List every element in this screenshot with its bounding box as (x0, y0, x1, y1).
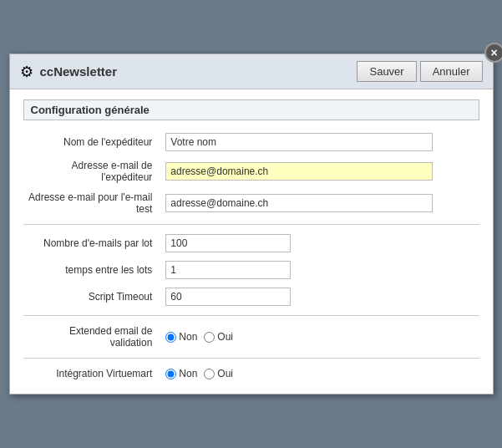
field-emails-par-lot (160, 230, 479, 257)
row-extended-email: Extended email de validation Non Oui (23, 321, 479, 353)
input-email-expediteur[interactable] (165, 162, 433, 181)
radio-group-extended-email: Non Oui (165, 331, 474, 343)
label-emails-par-lot: Nombre d'e-mails par lot (23, 230, 161, 257)
label-email-expediteur: Adresse e-mail de l'expéditeur (23, 155, 161, 187)
save-button[interactable]: Sauver (357, 61, 416, 82)
label-temps-entre-lots: temps entre les lots (23, 257, 161, 283)
row-script-timeout: Script Timeout (23, 283, 479, 310)
label-integration-virtuemart: Intégration Virtuemart (23, 364, 161, 384)
radio-label-non-virtuemart[interactable]: Non (165, 368, 197, 379)
title-area: ⚙ ccNewsletter (20, 63, 118, 81)
label-nom-expediteur: Nom de l'expéditeur (23, 129, 161, 155)
radio-oui-extended[interactable] (204, 332, 215, 343)
radio-label-oui-virtuemart[interactable]: Oui (204, 368, 233, 379)
section-title: Configuration générale (23, 99, 479, 120)
gear-icon: ⚙ (20, 63, 33, 81)
divider-3 (23, 358, 479, 359)
row-integration-virtuemart: Intégration Virtuemart Non Oui (23, 364, 479, 384)
dialog-body: Configuration générale Nom de l'expédite… (10, 89, 493, 394)
form-table: Nom de l'expéditeur Adresse e-mail de l'… (23, 129, 479, 384)
row-nom-expediteur: Nom de l'expéditeur (23, 129, 479, 155)
label-extended-email: Extended email de validation (23, 321, 161, 353)
radio-non-extended-label: Non (179, 331, 197, 343)
input-email-test[interactable] (165, 194, 433, 212)
row-email-expediteur: Adresse e-mail de l'expéditeur (23, 155, 479, 187)
radio-oui-extended-label: Oui (217, 331, 233, 343)
input-script-timeout[interactable] (165, 288, 291, 306)
row-email-test: Adresse e-mail pour l'e-mail test (23, 187, 479, 219)
radio-group-virtuemart: Non Oui (165, 368, 474, 379)
field-integration-virtuemart: Non Oui (160, 364, 479, 384)
cancel-button[interactable]: Annuler (420, 61, 483, 82)
input-nom-expediteur[interactable] (165, 133, 433, 151)
field-email-test (160, 187, 479, 219)
divider-2 (23, 315, 479, 316)
field-temps-entre-lots (160, 257, 479, 283)
header-buttons: Sauver Annuler (357, 61, 482, 82)
dialog-title: ccNewsletter (40, 64, 118, 79)
radio-oui-virtuemart-label: Oui (217, 368, 233, 379)
field-extended-email: Non Oui (160, 321, 479, 353)
input-temps-entre-lots[interactable] (165, 261, 291, 279)
radio-oui-virtuemart[interactable] (204, 369, 215, 379)
row-temps-entre-lots: temps entre les lots (23, 257, 479, 283)
divider-row-2 (23, 310, 479, 321)
label-script-timeout: Script Timeout (23, 283, 161, 310)
close-icon: × (490, 46, 497, 59)
divider-1 (23, 224, 479, 225)
radio-label-oui-extended[interactable]: Oui (204, 331, 233, 343)
radio-non-virtuemart-label: Non (179, 368, 197, 379)
input-emails-par-lot[interactable] (165, 234, 291, 252)
radio-non-virtuemart[interactable] (165, 369, 176, 379)
close-button[interactable]: × (484, 43, 503, 63)
dialog: × ⚙ ccNewsletter Sauver Annuler Configur… (9, 53, 494, 395)
dialog-header: ⚙ ccNewsletter Sauver Annuler (10, 54, 493, 89)
label-email-test: Adresse e-mail pour l'e-mail test (23, 187, 161, 219)
radio-non-extended[interactable] (165, 332, 176, 343)
row-emails-par-lot: Nombre d'e-mails par lot (23, 230, 479, 257)
divider-row-1 (23, 219, 479, 230)
divider-row-3 (23, 353, 479, 364)
radio-label-non-extended[interactable]: Non (165, 331, 197, 343)
field-email-expediteur (160, 155, 479, 187)
field-nom-expediteur (160, 129, 479, 155)
field-script-timeout (160, 283, 479, 310)
